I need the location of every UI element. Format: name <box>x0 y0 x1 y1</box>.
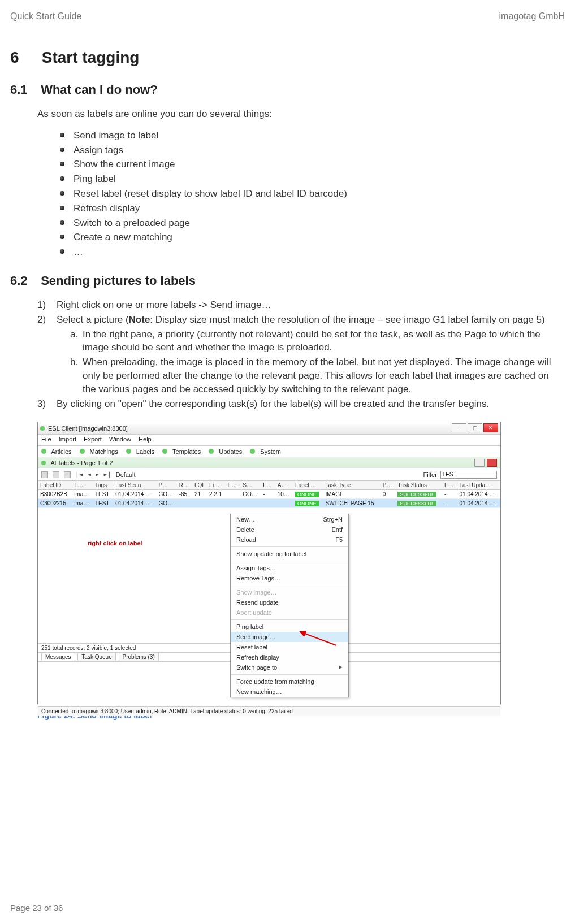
nav-articles[interactable]: Articles <box>51 448 71 455</box>
menu-separator <box>231 585 348 585</box>
cell: 01.04.2014 … <box>113 499 156 508</box>
filter-input[interactable] <box>440 471 497 479</box>
table-header: Label ID T… Tags Last Seen P… R… LQI Fi…… <box>38 481 500 490</box>
col-task-type[interactable]: Task Type <box>323 481 381 490</box>
window-maximize-button[interactable]: ▢ <box>468 423 482 432</box>
col-type[interactable]: T… <box>72 481 93 490</box>
nav-dot-icon <box>41 449 46 454</box>
menu-reload[interactable]: ReloadF5 <box>231 535 348 545</box>
cell: IMAGE <box>323 490 381 499</box>
menu-switch-page[interactable]: Switch page to▶ <box>231 662 348 673</box>
step-2b: When preloading, the image is placed in … <box>70 355 565 396</box>
bullet-item: … <box>60 245 565 259</box>
menu-help[interactable]: Help <box>139 436 152 443</box>
cell: 0 <box>381 490 396 499</box>
tab-problems[interactable]: Problems (3) <box>119 653 159 661</box>
pager-next-icon[interactable]: ► <box>96 471 100 478</box>
menu-import[interactable]: Import <box>59 436 76 443</box>
cell: 01.04.2014 … <box>457 499 500 508</box>
window-minimize-button[interactable]: – <box>452 423 466 432</box>
nav-labels[interactable]: Labels <box>136 448 154 455</box>
menu-delete[interactable]: DeleteEntf <box>231 524 348 535</box>
annotation-right-click: right click on label <box>88 540 142 546</box>
pager-default-label: Default <box>116 471 136 478</box>
panel-expand-button[interactable] <box>474 459 485 467</box>
col-label-status[interactable]: Label … <box>293 481 323 490</box>
tab-task-queue[interactable]: Task Queue <box>77 653 115 661</box>
pager-first-icon[interactable]: |◄ <box>75 471 83 478</box>
menu-show-update-log[interactable]: Show update log for label <box>231 549 348 559</box>
menu-new[interactable]: New…Strg+N <box>231 514 348 524</box>
col-r[interactable]: R… <box>177 481 192 490</box>
nav-templates[interactable]: Templates <box>172 448 201 455</box>
bullet-item: Reset label (reset display to show label… <box>60 187 565 201</box>
bullet-item: Assign tags <box>60 144 565 157</box>
svg-line-0 <box>300 632 336 645</box>
menu-window[interactable]: Window <box>109 436 131 443</box>
col-e2[interactable]: E… <box>442 481 457 490</box>
bullet-item: Ping label <box>60 172 565 186</box>
menu-show-image: Show image… <box>231 587 348 597</box>
col-last-update[interactable]: Last Upda… <box>457 481 500 490</box>
sub1-intro: As soon as labels are online you can do … <box>37 107 565 121</box>
cell: TEST <box>93 490 113 499</box>
menu-file[interactable]: File <box>41 436 51 443</box>
success-badge: SUCCESSFUL <box>397 492 436 497</box>
cell: GO… <box>240 490 261 499</box>
toolbar-icon[interactable] <box>41 471 48 478</box>
cell <box>192 499 207 508</box>
tab-messages[interactable]: Messages <box>41 653 75 661</box>
step-3: By clicking on "open" the corresponding … <box>37 397 565 411</box>
toolbar-icon[interactable] <box>64 471 71 478</box>
col-label-id[interactable]: Label ID <box>38 481 72 490</box>
col-lqi[interactable]: LQI <box>192 481 207 490</box>
col-last-seen[interactable]: Last Seen <box>113 481 156 490</box>
subsection-6-1-title: What can I do now? <box>41 83 158 97</box>
col-p2[interactable]: P… <box>381 481 396 490</box>
menu-force-update[interactable]: Force update from matching <box>231 676 348 687</box>
menu-separator <box>231 674 348 675</box>
menu-refresh-display[interactable]: Refresh display <box>231 652 348 662</box>
cell <box>381 499 396 508</box>
menu-export[interactable]: Export <box>84 436 102 443</box>
nav-system[interactable]: System <box>260 448 281 455</box>
col-fi[interactable]: Fi… <box>207 481 226 490</box>
table-toolbar: |◄ ◄ ► ►| Default Filter: <box>38 468 500 481</box>
annotation-arrow-icon <box>297 630 342 647</box>
pager-prev-icon[interactable]: ◄ <box>87 471 91 478</box>
col-task-status[interactable]: Task Status <box>395 481 442 490</box>
pager-last-icon[interactable]: ►| <box>104 471 111 478</box>
menu-new-matching[interactable]: New matching… <box>231 687 348 697</box>
subsection-6-2-heading: 6.2 Sending pictures to labels <box>10 274 565 288</box>
col-l[interactable]: L… <box>261 481 275 490</box>
menu-assign-tags[interactable]: Assign Tags… <box>231 563 348 573</box>
nav-updates[interactable]: Updates <box>219 448 242 455</box>
menu-resend-update[interactable]: Resend update <box>231 597 348 608</box>
cell: - <box>261 490 275 499</box>
bullet-item: Switch to a preloaded page <box>60 216 565 230</box>
cell <box>226 499 241 508</box>
nav-matchings[interactable]: Matchings <box>90 448 118 455</box>
menu-remove-tags[interactable]: Remove Tags… <box>231 573 348 583</box>
table-body-whitespace: right click on label New…Strg+N DeleteEn… <box>38 508 500 644</box>
panel-close-button[interactable] <box>487 459 497 467</box>
bullet-item: Show the current image <box>60 158 565 171</box>
step-2: Select a picture (Note: Display size mus… <box>37 313 565 396</box>
col-tags[interactable]: Tags <box>93 481 113 490</box>
menu-separator <box>231 619 348 620</box>
table-row[interactable]: B3002B2B ima… TEST 01.04.2014 … GO… -65 … <box>38 490 500 499</box>
toolbar-icon[interactable] <box>53 471 59 478</box>
window-close-button[interactable]: ✕ <box>483 423 498 432</box>
window-titlebar: ESL Client [imagowin3:8000] – ▢ ✕ <box>38 422 500 435</box>
col-a[interactable]: A… <box>275 481 293 490</box>
cell: 01.04.2014 … <box>113 490 156 499</box>
cell: TEST <box>93 499 113 508</box>
col-e[interactable]: E… <box>226 481 241 490</box>
table-row-selected[interactable]: C3002215 ima… TEST 01.04.2014 … GO… ONLI… <box>38 499 500 508</box>
panel-title: All labels - Page 1 of 2 <box>50 459 113 466</box>
col-s[interactable]: S… <box>240 481 261 490</box>
cell: - <box>442 499 457 508</box>
step-1: Right click on one or more labels -> Sen… <box>37 298 565 312</box>
success-badge: SUCCESSFUL <box>397 501 436 506</box>
col-p[interactable]: P… <box>157 481 177 490</box>
